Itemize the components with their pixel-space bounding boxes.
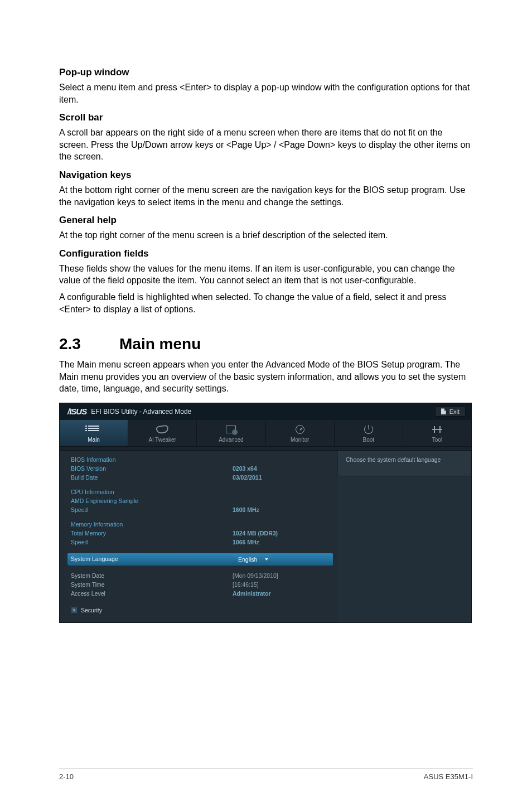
build-date-value: 03/02/2011 [233,473,330,482]
tab-tool[interactable]: Tool [403,420,471,446]
row-cpu-sample: AMD Engineering Sample [71,496,330,505]
system-date-value: [Mon 09/13/2010] [233,571,330,580]
row-total-memory: Total Memory 1024 MB (DDR3) [71,529,330,538]
page-footer: 2-10 ASUS E35M1-I [59,769,473,781]
bios-help-text: Choose the system default language [346,456,441,463]
popup-heading: Pop-up window [59,67,473,78]
total-memory-value: 1024 MB (DDR3) [233,529,330,538]
bios-content: BIOS Information BIOS Version 0203 x64 B… [60,451,471,622]
gauge-icon [296,425,304,434]
system-time-value: [16:46:15] [233,580,330,589]
bios-left-panel: BIOS Information BIOS Version 0203 x64 B… [60,451,337,622]
tab-advanced[interactable]: Advanced [197,420,265,446]
cpu-sample-label: AMD Engineering Sample [71,496,233,505]
footer-product-name: ASUS E35M1-I [424,772,473,781]
group-datetime: System Date [Mon 09/13/2010] System Time… [71,571,330,598]
row-system-time[interactable]: System Time [16:46:15] [71,580,330,589]
bios-help-panel: Choose the system default language [337,451,471,476]
memory-speed-value: 1066 MHz [233,538,330,547]
tab-main-label: Main [60,437,128,443]
navkeys-paragraph: At the bottom right corner of the menu s… [59,184,473,208]
group-bios-info: BIOS Information BIOS Version 0203 x64 B… [71,456,330,482]
exit-button[interactable]: Exit [435,407,466,417]
footer-page-number: 2-10 [59,772,74,781]
row-security[interactable]: > Security [71,607,102,613]
tab-monitor[interactable]: Monitor [266,420,335,446]
group-cpu-info: CPU Information AMD Engineering Sample S… [71,489,330,514]
bios-version-value: 0203 x64 [233,464,330,473]
section-heading: 2.3Main menu [59,335,473,353]
system-time-label: System Time [71,580,233,589]
scrollbar-paragraph: A scroll bar appears on the right side o… [59,127,473,163]
group-memory-info: Memory Information Total Memory 1024 MB … [71,521,330,547]
tab-aitweaker-label: Ai Tweaker [128,437,196,443]
chevron-right-icon: > [71,607,78,613]
genhelp-heading: General help [59,215,473,226]
power-icon [364,425,373,434]
tool-icon [432,426,442,433]
asus-logo: /ISUS [67,407,86,416]
section-number: 2.3 [59,335,119,353]
tab-tool-label: Tool [403,437,471,443]
security-label: Security [81,607,102,613]
memory-speed-label: Speed [71,538,233,547]
tab-boot[interactable]: Boot [335,420,403,446]
system-date-label: System Date [71,571,233,580]
total-memory-label: Total Memory [71,529,233,538]
access-level-label: Access Level [71,589,233,598]
cfgfields-heading: Configuration fields [59,248,473,259]
bios-info-title: BIOS Information [71,456,330,463]
tab-boot-label: Boot [335,437,403,443]
row-system-date[interactable]: System Date [Mon 09/13/2010] [71,571,330,580]
cpu-speed-value: 1600 MHz [233,505,330,514]
bios-header: /ISUS EFI BIOS Utility - Advanced Mode E… [60,403,471,420]
popup-paragraph: Select a menu item and press <Enter> to … [59,81,473,105]
system-language-label: System Language [71,554,233,564]
memory-info-title: Memory Information [71,521,330,528]
bios-tabs: Main Ai Tweaker Advanced Monitor Boot To… [60,420,471,446]
mouse-icon [156,424,169,434]
tab-advanced-label: Advanced [197,437,265,443]
cfgfields-paragraph-1: These fields show the values for the men… [59,263,473,287]
row-cpu-speed: Speed 1600 MHz [71,505,330,514]
system-language-dropdown[interactable]: English [233,554,272,564]
section-intro: The Main menu screen appears when you en… [59,359,473,395]
chip-info-icon [226,426,236,433]
content-spacer [60,446,471,451]
row-system-language[interactable]: System Language English [67,553,333,566]
build-date-label: Build Date [71,473,233,482]
cpu-speed-label: Speed [71,505,233,514]
exit-label: Exit [449,408,460,415]
row-memory-speed: Speed 1066 MHz [71,538,330,547]
cfgfields-paragraph-2: A configurable field is highlighted when… [59,291,473,315]
access-level-value: Administrator [233,589,330,598]
row-bios-version: BIOS Version 0203 x64 [71,464,330,473]
list-icon [88,426,99,433]
page-root: Pop-up window Select a menu item and pre… [0,0,532,802]
row-build-date: Build Date 03/02/2011 [71,473,330,482]
row-access-level: Access Level Administrator [71,589,330,598]
tab-monitor-label: Monitor [266,437,334,443]
section-title: Main menu [119,335,201,352]
bios-header-title: EFI BIOS Utility - Advanced Mode [91,408,191,416]
bios-window: /ISUS EFI BIOS Utility - Advanced Mode E… [59,403,472,623]
navkeys-heading: Navigation keys [59,170,473,181]
tab-ai-tweaker[interactable]: Ai Tweaker [128,420,197,446]
scrollbar-heading: Scroll bar [59,112,473,123]
cpu-info-title: CPU Information [71,489,330,495]
tab-main[interactable]: Main [60,420,128,446]
bios-version-label: BIOS Version [71,464,233,473]
exit-icon [441,408,446,414]
genhelp-paragraph: At the top right corner of the menu scre… [59,229,473,241]
